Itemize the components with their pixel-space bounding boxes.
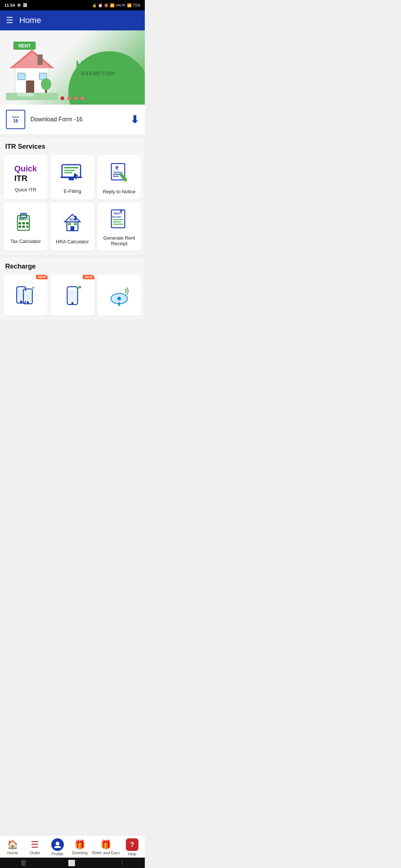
wifi-icon: 📶: [110, 3, 114, 7]
rentreceipt-svg: RENT RECEIPT ₹: [108, 208, 130, 230]
svg-rect-16: [64, 167, 78, 168]
tax-calculator-card[interactable]: TAX Tax Calculator: [4, 203, 48, 251]
banner: RENT: [0, 30, 145, 105]
efilling-svg: [61, 162, 84, 183]
svg-rect-18: [64, 172, 72, 173]
svg-rect-67: [118, 302, 120, 306]
svg-rect-25: [119, 172, 128, 182]
svg-rect-48: [113, 219, 123, 220]
svg-rect-41: [71, 226, 74, 231]
dot-3[interactable]: [74, 96, 78, 100]
mobile-icon-1: [15, 285, 36, 306]
new-badge-2: NEW: [83, 275, 94, 279]
svg-rect-31: [26, 222, 29, 224]
taxcalc-svg: TAX: [14, 211, 37, 233]
banner-text: HRA TAX EXEMPTION: [76, 59, 121, 76]
svg-rect-15: [69, 178, 74, 180]
image-icon: 🖼: [23, 3, 27, 7]
svg-rect-29: [19, 222, 21, 224]
status-time: 11:54 ⚙ 🖼: [4, 3, 27, 8]
svg-point-58: [30, 288, 32, 290]
form-number: 16: [13, 118, 18, 124]
svg-rect-14: [61, 177, 82, 178]
svg-rect-5: [38, 55, 43, 65]
hra-calculator-label: HRA Calculator: [56, 239, 89, 244]
svg-text:RECEIPT: RECEIPT: [112, 216, 122, 218]
time-display: 11:54: [4, 3, 15, 7]
generate-rent-receipt-label: Generate Rent Receipt: [100, 235, 138, 246]
svg-point-57: [27, 301, 29, 303]
itr-services-title: ITR Services: [4, 143, 141, 151]
svg-rect-49: [113, 221, 121, 223]
top-bar: ☰ Home: [0, 10, 145, 30]
menu-icon[interactable]: ☰: [6, 16, 13, 25]
svg-rect-32: [19, 226, 21, 228]
svg-rect-61: [68, 290, 76, 301]
svg-point-10: [41, 78, 51, 90]
dth-card[interactable]: [97, 275, 141, 316]
battery-display: 71%: [133, 3, 140, 7]
svg-rect-33: [22, 226, 25, 228]
new-badge-1: NEW: [36, 275, 48, 279]
svg-rect-24: [113, 176, 119, 177]
svg-rect-37: [21, 214, 26, 215]
dth-icon: [109, 285, 130, 306]
svg-marker-19: [73, 173, 78, 179]
svg-text:₹: ₹: [120, 210, 123, 215]
dot-4[interactable]: [81, 96, 84, 100]
svg-point-68: [117, 297, 121, 300]
form-label: Form: [12, 116, 19, 118]
mute-icon: 🔇: [104, 3, 108, 7]
hra-calculator-card[interactable]: RENT HRA Calculator: [50, 203, 94, 251]
house-svg: RENT: [6, 38, 58, 101]
dot-2[interactable]: [67, 96, 71, 100]
svg-rect-17: [64, 170, 75, 171]
e-filling-icon: [61, 162, 84, 185]
mobile-recharge-card-2[interactable]: NEW: [50, 275, 94, 316]
recharge-section: Recharge NEW: [0, 257, 145, 319]
download-icon[interactable]: ⬇: [130, 114, 139, 126]
rent-receipt-icon: RENT RECEIPT ₹: [108, 208, 130, 231]
quick-itr-icon: Quick ITR: [14, 164, 37, 183]
notice-svg: ₹ Notice: [108, 162, 130, 184]
recharge-grid: NEW NEW: [4, 275, 141, 316]
reply-to-notice-card[interactable]: ₹ Notice Reply to Notice: [97, 155, 141, 200]
tax-exemption-text: EXEMPTION: [76, 70, 121, 76]
quick-itr-card[interactable]: Quick ITR Quick ITR: [4, 155, 48, 200]
svg-point-63: [76, 287, 79, 289]
status-right: 🔒 ⏰ 🔇 📶 VoLTE 📶 71%: [92, 3, 140, 7]
notice-icon: ₹ Notice: [108, 162, 130, 185]
dot-1[interactable]: [61, 96, 64, 100]
mobile-recharge-card-1[interactable]: NEW: [4, 275, 48, 316]
svg-rect-43: [74, 223, 77, 225]
svg-rect-12: [17, 93, 34, 96]
svg-rect-50: [113, 224, 123, 225]
settings-icon: ⚙: [17, 3, 21, 8]
tax-calc-icon: TAX: [14, 211, 37, 235]
e-filling-card[interactable]: E-Filling: [50, 155, 94, 200]
page-title: Home: [19, 16, 41, 25]
reply-to-notice-label: Reply to Notice: [103, 189, 136, 194]
house-illustration: RENT: [6, 38, 58, 97]
svg-point-54: [20, 300, 22, 303]
e-filling-label: E-Filling: [64, 188, 81, 194]
svg-point-62: [71, 302, 74, 304]
svg-rect-34: [26, 226, 29, 228]
generate-rent-receipt-card[interactable]: RENT RECEIPT ₹ Generate Rent Receipt: [97, 203, 141, 251]
svg-marker-4: [13, 52, 51, 68]
status-bar: 11:54 ⚙ 🖼 🔒 ⏰ 🔇 📶 VoLTE 📶 71%: [0, 0, 145, 10]
lte-icon: VoLTE: [116, 3, 125, 7]
recharge-title: Recharge: [4, 263, 141, 270]
itr-services-section: ITR Services Quick ITR Quick ITR: [0, 138, 145, 254]
hra-calc-icon: RENT: [61, 211, 84, 235]
banner-right-section: HRA TAX EXEMPTION: [58, 59, 139, 76]
download-form-label: Download Form -16: [30, 116, 125, 123]
svg-rect-6: [26, 80, 34, 93]
download-form-16[interactable]: Form 16 Download Form -16 ⬇: [0, 105, 145, 135]
tax-calculator-label: Tax Calculator: [10, 239, 41, 244]
banner-dots: [61, 96, 84, 100]
mobile-icon-2: [62, 285, 83, 306]
svg-text:RENT: RENT: [19, 43, 31, 49]
lock-icon: 🔒: [92, 3, 97, 7]
hra-text: HRA TAX: [76, 59, 121, 70]
